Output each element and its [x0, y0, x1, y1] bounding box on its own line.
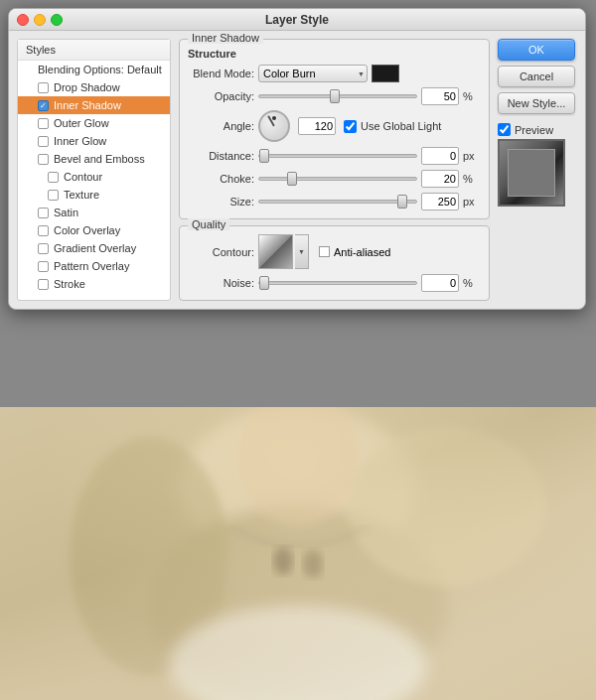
contour-preview[interactable]: [258, 234, 293, 269]
size-row: Size: px: [190, 193, 479, 210]
distance-slider-container[interactable]: [258, 149, 417, 163]
sidebar-item-color-overlay[interactable]: Color Overlay: [18, 221, 170, 239]
photo-background: [0, 407, 596, 700]
choke-slider-track: [258, 177, 417, 181]
use-global-light-checkbox[interactable]: [344, 120, 357, 133]
maximize-button[interactable]: [51, 14, 63, 26]
preview-label: Preview: [515, 124, 553, 136]
structure-sublabel: Structure: [188, 48, 479, 60]
inner-shadow-checkbox[interactable]: [38, 100, 49, 111]
opacity-slider-container[interactable]: [258, 89, 417, 103]
outer-glow-label: Outer Glow: [54, 117, 109, 129]
angle-dial[interactable]: [258, 110, 290, 142]
blend-mode-row: Blend Mode: Color Burn Normal Multiply S…: [190, 65, 479, 82]
angle-input[interactable]: [298, 117, 336, 135]
bevel-emboss-checkbox[interactable]: [38, 154, 49, 165]
size-slider-track: [258, 200, 417, 204]
use-global-light-label: Use Global Light: [361, 120, 441, 132]
noise-input[interactable]: [421, 274, 459, 292]
contour-checkbox[interactable]: [48, 172, 59, 183]
size-unit: px: [463, 196, 479, 208]
blend-mode-label: Blend Mode:: [190, 68, 254, 79]
outer-glow-checkbox[interactable]: [38, 118, 49, 129]
size-slider-container[interactable]: [258, 195, 417, 209]
distance-slider-thumb[interactable]: [259, 149, 269, 163]
right-panel: OK Cancel New Style... Preview: [498, 39, 577, 301]
color-overlay-label: Color Overlay: [54, 224, 120, 236]
svg-point-7: [303, 550, 323, 578]
drop-shadow-checkbox[interactable]: [38, 82, 49, 93]
blend-mode-select-wrapper[interactable]: Color Burn Normal Multiply Screen: [258, 65, 368, 82]
sidebar-item-drop-shadow[interactable]: Drop Shadow: [18, 78, 170, 96]
cancel-button[interactable]: Cancel: [498, 66, 575, 87]
minimize-button[interactable]: [34, 14, 46, 26]
contour-row-label: Contour:: [190, 246, 254, 258]
choke-label: Choke:: [190, 173, 254, 185]
choke-input[interactable]: [421, 170, 459, 188]
new-style-button[interactable]: New Style...: [498, 92, 575, 114]
anti-aliased-label: Anti-aliased: [334, 246, 390, 258]
choke-slider-container[interactable]: [258, 172, 417, 186]
sidebar-item-satin[interactable]: Satin: [18, 204, 170, 221]
texture-checkbox[interactable]: [48, 190, 59, 201]
contour-dropdown-button[interactable]: ▼: [295, 234, 309, 269]
sidebar-item-outer-glow[interactable]: Outer Glow: [18, 114, 170, 132]
sidebar-header: Styles: [18, 40, 170, 61]
blend-mode-color-swatch[interactable]: [372, 65, 399, 82]
blend-mode-select[interactable]: Color Burn Normal Multiply Screen: [258, 65, 368, 82]
choke-row: Choke: %: [190, 170, 479, 188]
inner-glow-checkbox[interactable]: [38, 136, 49, 147]
sidebar-item-stroke[interactable]: Stroke: [18, 275, 170, 293]
opacity-unit: %: [463, 90, 479, 102]
sidebar-item-gradient-overlay[interactable]: Gradient Overlay: [18, 239, 170, 257]
anti-aliased-checkbox[interactable]: [319, 246, 330, 257]
dialog-content: Styles Blending Options: Default Drop Sh…: [9, 31, 585, 309]
sidebar-item-inner-glow[interactable]: Inner Glow: [18, 132, 170, 150]
opacity-input[interactable]: [421, 87, 459, 105]
sidebar-item-bevel-emboss[interactable]: Bevel and Emboss: [18, 150, 170, 168]
close-button[interactable]: [17, 14, 29, 26]
sidebar-item-texture[interactable]: Texture: [18, 186, 170, 204]
opacity-slider-track: [258, 94, 417, 98]
ok-button[interactable]: OK: [498, 39, 575, 61]
sidebar-item-inner-shadow[interactable]: Inner Shadow: [18, 96, 170, 114]
noise-unit: %: [463, 277, 479, 289]
angle-label: Angle:: [190, 120, 254, 132]
color-overlay-checkbox[interactable]: [38, 225, 49, 236]
sidebar-item-blending[interactable]: Blending Options: Default: [18, 61, 170, 78]
bevel-emboss-label: Bevel and Emboss: [54, 153, 145, 165]
sidebar-item-pattern-overlay[interactable]: Pattern Overlay: [18, 257, 170, 275]
satin-checkbox[interactable]: [38, 208, 49, 218]
dialog-title: Layer Style: [265, 13, 329, 27]
contour-svg: [259, 235, 292, 268]
size-slider-thumb[interactable]: [397, 195, 407, 209]
quality-section-label: Quality: [188, 218, 229, 230]
layer-style-dialog: Layer Style Styles Blending Options: Def…: [8, 8, 586, 310]
blending-label: Blending Options: Default: [38, 64, 162, 75]
angle-row: Angle: Use Global Light: [190, 110, 479, 142]
distance-row: Distance: px: [190, 147, 479, 165]
noise-slider-container[interactable]: [258, 276, 417, 290]
noise-slider-thumb[interactable]: [259, 276, 269, 290]
noise-label: Noise:: [190, 277, 254, 289]
inner-glow-label: Inner Glow: [54, 135, 106, 147]
gradient-overlay-checkbox[interactable]: [38, 243, 49, 254]
pattern-overlay-checkbox[interactable]: [38, 261, 49, 272]
title-bar: Layer Style: [9, 9, 585, 31]
anti-aliased-container: Anti-aliased: [319, 246, 390, 258]
opacity-label: Opacity:: [190, 90, 254, 102]
choke-slider-thumb[interactable]: [287, 172, 297, 186]
opacity-row: Opacity: %: [190, 87, 479, 105]
stroke-checkbox[interactable]: [38, 279, 49, 290]
inner-shadow-section-label: Inner Shadow: [188, 32, 263, 44]
contour-select-wrapper: ▼: [258, 234, 309, 269]
size-input[interactable]: [421, 193, 459, 210]
use-global-light-row: Use Global Light: [344, 120, 441, 133]
contour-label: Contour: [64, 171, 102, 183]
distance-input[interactable]: [421, 147, 459, 165]
choke-unit: %: [463, 173, 479, 185]
opacity-slider-thumb[interactable]: [330, 89, 340, 103]
preview-checkbox[interactable]: [498, 123, 511, 136]
noise-row: Noise: %: [190, 274, 479, 292]
sidebar-item-contour[interactable]: Contour: [18, 168, 170, 186]
